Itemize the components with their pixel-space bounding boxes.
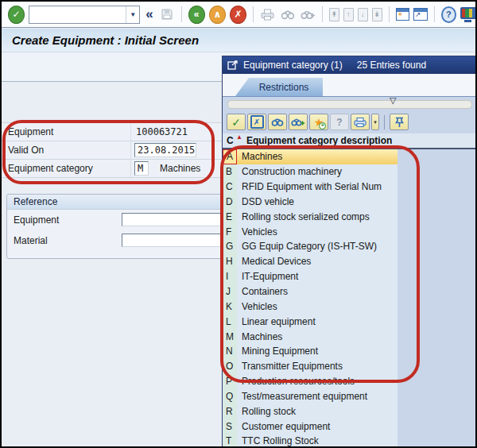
customize-layout-icon[interactable] xyxy=(460,7,475,21)
list-item[interactable]: R Rolling stock xyxy=(223,404,476,419)
category-code: B xyxy=(223,164,237,180)
category-description: Mining Equipment xyxy=(237,344,398,359)
list-item[interactable]: Q Test/measurement equipment xyxy=(223,389,476,404)
collapse-triangle-icon[interactable]: ▽ xyxy=(390,96,396,105)
list-item[interactable]: B Construction machinery xyxy=(223,164,476,180)
first-page-glyph: ↟ xyxy=(332,10,338,18)
help-glyph: ? xyxy=(446,10,452,19)
tab-restrictions[interactable]: Restrictions xyxy=(235,78,323,96)
equipment-category-row: Equipment category M Machines xyxy=(2,160,229,178)
list-column-header[interactable]: C ▲ Equipment category description xyxy=(223,133,476,149)
reference-material-field[interactable] xyxy=(122,234,227,247)
equipment-category-field[interactable]: M xyxy=(134,161,149,176)
category-description: Linear equipment xyxy=(237,314,398,329)
category-description: Vehicles xyxy=(237,224,398,239)
find-button[interactable] xyxy=(268,114,287,130)
find-next-button[interactable] xyxy=(289,114,308,130)
cancel-button[interactable]: ✗ xyxy=(230,6,246,24)
command-dropdown-icon[interactable]: ▼ xyxy=(126,6,139,23)
save-icon[interactable] xyxy=(159,6,175,23)
list-item[interactable]: N Mining Equipment xyxy=(223,344,476,359)
dialog-title: Equipment category (1) xyxy=(243,60,343,71)
list-item[interactable]: E Rolling stock serialized comps xyxy=(223,209,476,224)
list-item[interactable]: D DSD vehicle xyxy=(223,195,476,210)
category-list: A Machines B Construction machinery C RF… xyxy=(223,149,476,448)
help-hand-button[interactable]: ? xyxy=(330,114,349,130)
last-page-icon[interactable]: ↡ xyxy=(372,8,382,21)
reference-material-label: Material xyxy=(7,235,48,246)
toolbar-separator xyxy=(253,6,254,22)
find-next-binoculars-icon xyxy=(291,118,305,126)
list-item[interactable]: F Vehicles xyxy=(223,224,476,239)
valid-on-field[interactable]: 23.08.2015 xyxy=(134,143,196,157)
page-title: Create Equipment : Initial Screen xyxy=(2,33,199,47)
list-item[interactable]: I IT-Equipment xyxy=(223,269,476,284)
system-toolbar: ✓ ▼ « « ∧ ✗ ↟ ↑ ↓ ↡ ✶ ↗ ? xyxy=(2,2,475,28)
list-item[interactable]: A Machines xyxy=(223,149,476,164)
print-icon[interactable] xyxy=(260,6,276,23)
list-item[interactable]: P Production resources/tools xyxy=(223,374,476,389)
print-list-button[interactable] xyxy=(351,114,370,130)
category-description: Rolling stock xyxy=(237,404,398,419)
find-icon[interactable] xyxy=(280,6,296,23)
category-code: J xyxy=(223,284,237,299)
category-description: Construction machinery xyxy=(237,164,398,180)
list-item[interactable]: L Linear equipment xyxy=(223,314,476,329)
new-session-star: ✶ xyxy=(398,10,404,18)
equipment-row: Equipment 100063721 xyxy=(2,123,229,141)
cancel-icon: ✗ xyxy=(234,10,242,19)
toolbar-separator xyxy=(389,6,390,22)
enter-button[interactable]: ✓ xyxy=(8,6,25,24)
toolbar-separator xyxy=(434,6,435,22)
category-code: L xyxy=(223,314,237,329)
last-page-glyph: ↡ xyxy=(374,10,380,18)
back-button[interactable]: « xyxy=(188,6,205,24)
screen-title-bar: Create Equipment : Initial Screen xyxy=(2,29,475,52)
category-description: IT-Equipment xyxy=(237,269,398,284)
dialog-toolbar: ✓ ✗ ★+ ? ▾ xyxy=(227,114,409,130)
dialog-icon xyxy=(227,60,238,70)
monitor-stand xyxy=(464,20,471,22)
insert-in-personal-list-button[interactable]: ★+ xyxy=(309,114,328,130)
reference-equipment-row: Equipment xyxy=(7,210,230,230)
list-item[interactable]: T TTC Rolling Stock xyxy=(223,434,476,448)
collapse-toolbar-icon[interactable]: « xyxy=(144,6,154,22)
previous-page-icon[interactable]: ↑ xyxy=(343,8,354,21)
command-field-wrap: ▼ xyxy=(29,6,140,24)
category-code: H xyxy=(223,254,237,269)
exit-icon: ∧ xyxy=(213,10,221,19)
restrictions-collapse-bar[interactable] xyxy=(227,100,472,109)
first-page-icon[interactable]: ↟ xyxy=(329,8,339,21)
dialog-titlebar[interactable]: Equipment category (1) 25 Entries found xyxy=(223,56,476,74)
equipment-label: Equipment xyxy=(2,123,131,141)
reference-equipment-field[interactable] xyxy=(122,213,227,226)
category-description: Machines xyxy=(237,329,398,344)
create-shortcut-icon[interactable]: ↗ xyxy=(413,8,428,21)
new-session-icon[interactable]: ✶ xyxy=(396,8,410,21)
star-plus-icon: ★+ xyxy=(314,117,324,128)
list-item[interactable]: G GG Equip Category (IS-HT-SW) xyxy=(223,239,476,254)
valid-on-row: Valid On 23.08.2015 xyxy=(2,141,229,160)
cancel-dialog-button[interactable]: ✗ xyxy=(247,114,266,130)
list-item[interactable]: H Medical Devices xyxy=(223,254,476,269)
command-field[interactable] xyxy=(29,6,126,23)
find-next-icon[interactable] xyxy=(300,6,316,23)
list-item[interactable]: J Containers xyxy=(223,284,476,299)
print-options-button[interactable]: ▾ xyxy=(371,114,379,130)
list-item[interactable]: O Transmitter Equipments xyxy=(223,359,476,374)
next-page-icon[interactable]: ↓ xyxy=(358,8,368,21)
personal-value-list-button[interactable] xyxy=(390,114,409,130)
category-code: O xyxy=(223,359,237,374)
equipment-value[interactable]: 100063721 xyxy=(131,126,188,137)
list-item[interactable]: M Machines xyxy=(223,329,476,344)
list-item[interactable]: S Customer equipment xyxy=(223,419,476,434)
help-icon[interactable]: ? xyxy=(441,6,457,23)
accept-button[interactable]: ✓ xyxy=(227,114,246,130)
list-item[interactable]: C RFID Equipment with Serial Num xyxy=(223,180,476,195)
toolbar-separator xyxy=(322,6,323,22)
exit-button[interactable]: ∧ xyxy=(209,6,226,24)
find-binoculars-icon xyxy=(271,118,284,126)
category-description: Production resources/tools xyxy=(237,374,398,389)
list-item[interactable]: K Vehicles xyxy=(223,299,476,314)
reference-group: Reference Equipment Material xyxy=(6,194,231,259)
